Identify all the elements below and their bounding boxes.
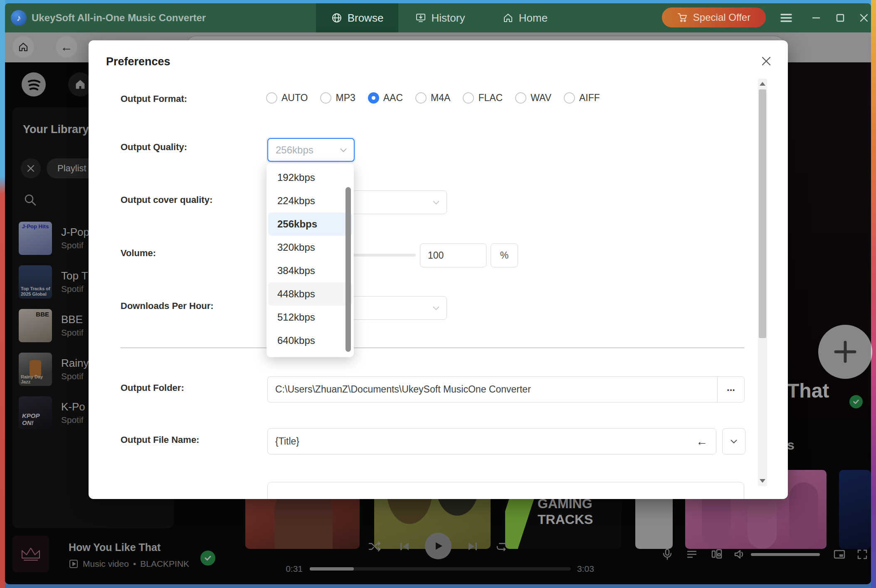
home-icon — [502, 12, 514, 24]
dropdown-scrollbar-thumb[interactable] — [345, 187, 351, 352]
output-format-radios: AUTO MP3 AAC M4A FLAC WAV AIFF — [266, 92, 600, 104]
section-divider — [121, 348, 744, 348]
radio-wav[interactable]: WAV — [515, 92, 551, 104]
dialog-title: Preferences — [106, 55, 170, 68]
scroll-down-arrow[interactable] — [760, 479, 765, 483]
output-folder-label: Output Folder: — [121, 383, 184, 393]
tab-history[interactable]: History — [398, 3, 481, 32]
output-folder-input[interactable]: C:\Users\ZhuanZ\Documents\UkeySoft Music… — [267, 376, 717, 403]
chevron-down-icon — [432, 200, 440, 205]
radio-circle — [266, 92, 277, 104]
cart-icon — [677, 12, 688, 23]
minimize-icon — [812, 13, 821, 22]
hamburger-icon — [780, 13, 792, 23]
radio-label: AAC — [383, 92, 403, 104]
radio-aiff[interactable]: AIFF — [564, 92, 600, 104]
dialog-scrollbar[interactable] — [758, 79, 767, 486]
radio-circle — [564, 92, 575, 104]
close-icon — [859, 13, 869, 23]
minimize-button[interactable] — [806, 3, 827, 32]
radio-label: M4A — [431, 92, 450, 104]
scrollbar-thumb[interactable] — [759, 89, 766, 338]
volume-label: Volume: — [121, 248, 156, 259]
quality-option[interactable]: 640kbps — [268, 329, 352, 352]
percent-sign: % — [500, 250, 508, 261]
quality-option-selected[interactable]: 256kbps — [268, 212, 352, 236]
chevron-down-icon — [432, 306, 440, 310]
radio-label: AIFF — [579, 92, 600, 104]
file-name-options-button[interactable] — [722, 428, 745, 455]
radio-circle — [515, 92, 526, 104]
volume-value: 100 — [428, 250, 444, 261]
browse-folder-button[interactable]: ... — [717, 376, 745, 403]
tab-browse[interactable]: Browse — [316, 3, 398, 32]
next-setting-input-partial[interactable] — [267, 482, 744, 499]
output-cover-quality-label: Output cover quality: — [121, 195, 212, 205]
radio-circle — [320, 92, 331, 104]
radio-aac[interactable]: AAC — [368, 92, 403, 104]
radio-label: FLAC — [478, 92, 503, 104]
preferences-dialog: Preferences Output Format: AUTO MP3 AAC … — [89, 40, 788, 499]
radio-flac[interactable]: FLAC — [463, 92, 503, 104]
radio-auto[interactable]: AUTO — [266, 92, 308, 104]
close-icon — [761, 56, 772, 67]
radio-label: MP3 — [336, 92, 355, 104]
wallpaper-right-strip — [871, 0, 876, 588]
radio-circle-selected — [368, 92, 379, 104]
maximize-icon — [836, 13, 845, 22]
quality-option[interactable]: 512kbps — [268, 306, 352, 329]
output-quality-dropdown: 192kbps 224kbps 256kbps 320kbps 384kbps … — [267, 163, 354, 357]
scroll-up-arrow[interactable] — [760, 82, 765, 86]
output-file-name-input[interactable]: {Title} ← — [267, 428, 716, 455]
quality-option-hovered[interactable]: 448kbps — [268, 282, 352, 306]
downloads-per-hour-label: Downloads Per Hour: — [121, 301, 214, 311]
tab-browse-label: Browse — [348, 12, 384, 25]
special-offer-button[interactable]: Special Offer — [662, 7, 766, 27]
output-quality-select[interactable]: 256kbps — [267, 138, 355, 162]
quality-option[interactable]: 320kbps — [268, 236, 352, 259]
chevron-down-icon — [730, 439, 738, 444]
tab-home[interactable]: Home — [491, 3, 559, 32]
tab-history-label: History — [432, 12, 465, 25]
maximize-button[interactable] — [830, 3, 851, 32]
volume-value-input[interactable]: 100 — [420, 243, 486, 267]
chevron-down-icon — [340, 148, 347, 152]
select-value: 256kbps — [268, 144, 313, 156]
output-file-name-label: Output File Name: — [121, 435, 199, 445]
volume-unit-box: % — [491, 243, 518, 267]
radio-label: WAV — [531, 92, 551, 104]
radio-circle — [463, 92, 474, 104]
quality-option[interactable]: 384kbps — [268, 259, 352, 282]
close-window-button[interactable] — [854, 3, 874, 32]
radio-label: AUTO — [281, 92, 308, 104]
quality-option[interactable]: 224kbps — [268, 189, 352, 212]
quality-option[interactable]: 192kbps — [268, 166, 352, 189]
wallpaper-left-strip — [0, 0, 5, 588]
download-history-icon — [415, 12, 427, 24]
globe-icon — [331, 12, 343, 24]
dialog-close-button[interactable] — [759, 54, 774, 69]
special-offer-label: Special Offer — [693, 12, 750, 23]
app-logo: ♪ — [11, 10, 27, 26]
app-title: UkeySoft All-in-One Music Converter — [32, 3, 206, 32]
menu-button[interactable] — [776, 3, 797, 32]
output-quality-label: Output Quality: — [121, 142, 187, 153]
tab-home-label: Home — [519, 12, 548, 25]
output-format-label: Output Format: — [121, 94, 187, 104]
ellipsis-icon: ... — [727, 382, 735, 393]
output-folder-path: C:\Users\ZhuanZ\Documents\UkeySoft Music… — [275, 384, 531, 395]
undo-arrow-icon[interactable]: ← — [696, 435, 708, 448]
file-name-value: {Title} — [275, 436, 299, 447]
music-note-icon: ♪ — [17, 13, 21, 23]
radio-m4a[interactable]: M4A — [415, 92, 450, 104]
radio-circle — [415, 92, 427, 104]
radio-mp3[interactable]: MP3 — [320, 92, 355, 104]
screen: ♪ UkeySoft All-in-One Music Converter Br… — [0, 0, 876, 588]
